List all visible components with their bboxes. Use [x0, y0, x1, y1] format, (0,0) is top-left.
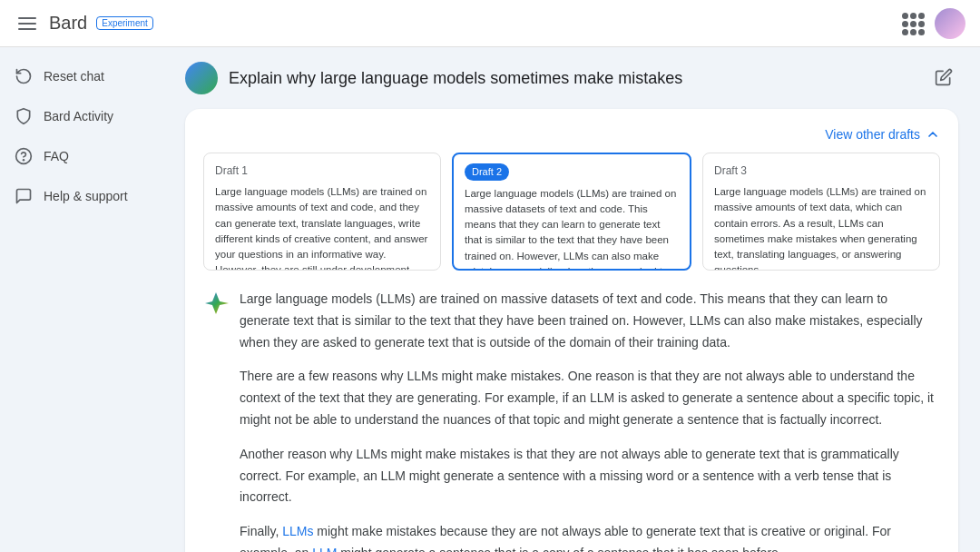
draft-2-label: Draft 2: [465, 163, 509, 181]
user-avatar[interactable]: [935, 8, 965, 39]
layout: Reset chat Bard Activity FAQ: [0, 47, 980, 552]
draft-3-label: Draft 3: [714, 163, 928, 179]
sidebar-label-faq: FAQ: [44, 149, 69, 163]
question-left: Explain why large language models someti…: [185, 62, 682, 94]
question-bar: Explain why large language models someti…: [185, 62, 958, 94]
drafts-row: Draft 1 Large language models (LLMs) are…: [203, 153, 940, 271]
view-other-drafts-label: View other drafts: [825, 127, 920, 142]
response-para-1: Large language models (LLMs) are trained…: [240, 289, 940, 353]
draft-1-label: Draft 1: [215, 163, 429, 179]
draft-3-text: Large language models (LLMs) are trained…: [714, 184, 928, 271]
app-title: Bard: [49, 13, 87, 34]
bard-response: Large language models (LLMs) are trained…: [203, 289, 940, 552]
view-other-drafts-button[interactable]: View other drafts: [825, 127, 940, 142]
topbar: Bard Experiment: [0, 0, 980, 47]
sidebar-item-bard-activity[interactable]: Bard Activity: [0, 98, 156, 134]
draft-card-2[interactable]: Draft 2 Large language models (LLMs) are…: [452, 153, 691, 271]
experiment-badge: Experiment: [96, 16, 153, 30]
sidebar-label-help-support: Help & support: [44, 189, 128, 203]
drafts-header: View other drafts: [203, 127, 940, 142]
response-card: View other drafts Draft 1 Large language…: [185, 109, 958, 552]
shield-icon: [15, 107, 33, 125]
sidebar-item-help-support[interactable]: Help & support: [0, 178, 156, 214]
edit-button[interactable]: [929, 63, 958, 94]
apps-icon[interactable]: [902, 13, 924, 34]
question-text: Explain why large language models someti…: [229, 69, 682, 88]
response-para-2: There are a few reasons why LLMs might m…: [240, 366, 940, 430]
main-content: Explain why large language models someti…: [163, 47, 980, 552]
hamburger-menu[interactable]: [15, 14, 40, 34]
sidebar-item-faq[interactable]: FAQ: [0, 138, 156, 174]
bard-icon: [203, 291, 229, 316]
topbar-left: Bard Experiment: [15, 13, 153, 34]
draft-card-3[interactable]: Draft 3 Large language models (LLMs) are…: [702, 153, 940, 271]
reset-icon: [15, 67, 33, 85]
response-para-3: Another reason why LLMs might make mista…: [240, 444, 940, 508]
response-para-4: Finally, LLMs might make mistakes becaus…: [240, 521, 940, 552]
sidebar-label-bard-activity: Bard Activity: [44, 109, 113, 123]
sidebar-item-reset-chat[interactable]: Reset chat: [0, 58, 156, 94]
draft-1-text: Large language models (LLMs) are trained…: [215, 184, 429, 271]
sidebar: Reset chat Bard Activity FAQ: [0, 47, 163, 552]
user-question-avatar: [185, 62, 218, 94]
chat-icon: [15, 187, 33, 205]
help-icon: [15, 147, 33, 165]
draft-2-text: Large language models (LLMs) are trained…: [465, 186, 679, 271]
draft-card-1[interactable]: Draft 1 Large language models (LLMs) are…: [203, 153, 441, 271]
svg-marker-2: [205, 292, 229, 314]
topbar-right: [902, 8, 965, 39]
response-body: Large language models (LLMs) are trained…: [240, 289, 940, 552]
sidebar-label-reset-chat: Reset chat: [44, 69, 104, 84]
